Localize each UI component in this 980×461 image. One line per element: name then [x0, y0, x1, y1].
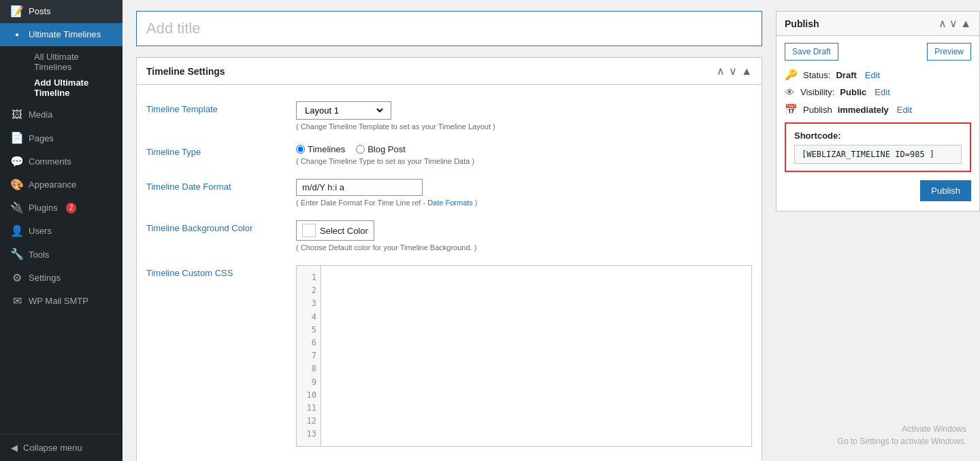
metabox-body: Timeline Template Layout 1 Layout 2 ( Ch…	[137, 85, 762, 461]
visibility-label: Visibility:	[800, 87, 834, 97]
metabox-controls: ∧ ∨ ▲	[717, 65, 752, 78]
sidebar-item-label: Tools	[29, 249, 49, 261]
radio-blog-post[interactable]: Blog Post	[356, 144, 406, 154]
shortcode-box: Shortcode: [WEBLIZAR_TIMELINE ID=985 ]	[785, 122, 971, 172]
post-title-input[interactable]	[136, 11, 762, 46]
publish-box-header: Publish ∧ ∨ ▲	[777, 12, 979, 36]
radio-timelines-input[interactable]	[296, 145, 305, 154]
settings-row-template: Timeline Template Layout 1 Layout 2 ( Ch…	[146, 95, 752, 137]
status-label: Status:	[803, 70, 830, 80]
sidebar-item-posts[interactable]: 📝 Posts	[0, 0, 122, 23]
sidebar-item-media[interactable]: 🖼 Media	[0, 103, 122, 126]
template-dropdown[interactable]: Layout 1 Layout 2	[296, 101, 391, 120]
status-edit-link[interactable]: Edit	[865, 70, 880, 80]
media-icon: 🖼	[11, 109, 23, 121]
publish-status: 🔑 Status: Draft Edit	[785, 69, 971, 81]
publish-visibility: 👁 Visibility: Public Edit	[785, 86, 971, 98]
radio-timelines-label: Timelines	[308, 144, 345, 154]
bg-color-hint: ( Choose Default color for your Timeline…	[296, 243, 752, 252]
settings-control-date-format: ( Enter Date Format For Time Line ref - …	[296, 179, 752, 207]
publish-schedule: 📅 Publish immediately Edit	[785, 103, 971, 116]
visibility-value: Public	[840, 87, 866, 97]
sidebar-item-label: WP Mail SMTP	[29, 295, 88, 307]
publish-box-controls: ∧ ∨ ▲	[938, 17, 971, 30]
publish-button[interactable]: Publish	[920, 180, 971, 201]
radio-timelines[interactable]: Timelines	[296, 144, 345, 154]
settings-control-type: Timelines Blog Post ( Change Timeline Ty…	[296, 144, 752, 165]
date-format-input[interactable]	[296, 179, 423, 196]
metabox-header: Timeline Settings ∧ ∨ ▲	[137, 58, 762, 85]
publish-box-collapse-up-icon[interactable]: ∧	[938, 17, 947, 30]
shortcode-value: [WEBLIZAR_TIMELINE ID=985 ]	[794, 145, 962, 164]
settings-control-bg-color: Select Color ( Choose Default color for …	[296, 220, 752, 252]
plugins-badge: 2	[66, 203, 77, 214]
radio-blog-post-label: Blog Post	[368, 144, 406, 154]
publish-box-body: Save Draft Preview 🔑 Status: Draft Edit …	[777, 36, 979, 211]
publish-box-toggle-icon[interactable]: ▲	[960, 18, 971, 30]
ultimate-timelines-icon: ●	[11, 29, 23, 41]
publish-box-title: Publish	[785, 18, 819, 29]
content-area: Timeline Settings ∧ ∨ ▲ Timeline Templat…	[122, 0, 980, 461]
sidebar-panel: Publish ∧ ∨ ▲ Save Draft Preview 🔑 Statu…	[776, 0, 980, 461]
settings-control-custom-css: 12345 678910 111213	[296, 265, 752, 447]
posts-icon: 📝	[11, 5, 23, 18]
publish-box-collapse-down-icon[interactable]: ∨	[949, 17, 958, 30]
sidebar-item-appearance[interactable]: 🎨 Appearance	[0, 173, 122, 197]
sidebar-item-tools[interactable]: 🔧 Tools	[0, 243, 122, 267]
line-numbers: 12345 678910 111213	[297, 266, 321, 446]
settings-row-bg-color: Timeline Background Color Select Color (…	[146, 214, 752, 258]
preview-button[interactable]: Preview	[927, 43, 971, 61]
sidebar-item-ultimate-timelines[interactable]: ● Ultimate Timelines	[0, 23, 122, 46]
select-color-button[interactable]: Select Color	[296, 220, 374, 241]
template-select[interactable]: Layout 1 Layout 2	[302, 105, 385, 116]
sidebar-item-plugins[interactable]: 🔌 Plugins 2	[0, 197, 122, 220]
metabox-collapse-up-icon[interactable]: ∧	[717, 65, 725, 78]
select-color-label: Select Color	[320, 226, 368, 236]
sidebar: 📝 Posts ● Ultimate Timelines All Ultimat…	[0, 0, 122, 461]
editor-area: Timeline Settings ∧ ∨ ▲ Timeline Templat…	[122, 0, 776, 461]
sidebar-item-label: Media	[29, 109, 52, 121]
settings-label-date-format: Timeline Date Format	[146, 179, 296, 192]
timeline-settings-metabox: Timeline Settings ∧ ∨ ▲ Timeline Templat…	[136, 57, 762, 461]
metabox-title: Timeline Settings	[146, 66, 225, 77]
sidebar-item-comments[interactable]: 💬 Comments	[0, 150, 122, 173]
sidebar-item-label: Ultimate Timelines	[29, 29, 101, 41]
comments-icon: 💬	[11, 156, 23, 168]
sidebar-item-label: Posts	[29, 5, 51, 18]
metabox-collapse-down-icon[interactable]: ∨	[729, 65, 737, 78]
sidebar-sub-add-timeline[interactable]: Add Ultimate Timeline	[29, 75, 122, 101]
collapse-label: Collapse menu	[23, 443, 82, 453]
radio-blog-post-input[interactable]	[356, 145, 365, 154]
sidebar-item-wp-mail-smtp[interactable]: ✉ WP Mail SMTP	[0, 290, 122, 313]
settings-label-type: Timeline Type	[146, 144, 296, 157]
sidebar-item-pages[interactable]: 📄 Pages	[0, 127, 122, 150]
settings-label-custom-css: Timeline Custom CSS	[146, 265, 296, 278]
settings-control-template: Layout 1 Layout 2 ( Change Timeline Temp…	[296, 101, 752, 131]
main-content: Timeline Settings ∧ ∨ ▲ Timeline Templat…	[122, 0, 980, 461]
sidebar-item-label: Settings	[29, 272, 61, 284]
sidebar-item-users[interactable]: 👤 Users	[0, 220, 122, 243]
css-textarea-input[interactable]	[321, 266, 751, 446]
shortcode-label: Shortcode:	[794, 131, 962, 141]
save-draft-button[interactable]: Save Draft	[785, 43, 838, 61]
publish-edit-link[interactable]: Edit	[897, 105, 912, 115]
sidebar-sub-all-timelines[interactable]: All Ultimate Timelines	[29, 49, 122, 75]
tools-icon: 🔧	[11, 249, 23, 261]
settings-row-type: Timeline Type Timelines Blog Post	[146, 137, 752, 172]
css-editor: 12345 678910 111213	[296, 265, 752, 447]
publish-footer: Publish	[785, 177, 971, 204]
appearance-icon: 🎨	[11, 179, 23, 191]
wp-mail-smtp-icon: ✉	[11, 295, 23, 307]
collapse-menu[interactable]: ◀ Collapse menu	[0, 434, 122, 461]
schedule-icon: 📅	[785, 103, 798, 116]
type-hint: ( Change Timeline Type to set as your Ti…	[296, 157, 752, 165]
metabox-toggle-icon[interactable]: ▲	[741, 65, 752, 78]
sidebar-item-label: Pages	[29, 133, 54, 145]
sidebar-item-settings[interactable]: ⚙ Settings	[0, 267, 122, 290]
publish-actions: Save Draft Preview	[785, 43, 971, 61]
template-hint: ( Change Timeline Template to set as you…	[296, 122, 752, 131]
users-icon: 👤	[11, 225, 23, 237]
date-formats-link[interactable]: Date Formats	[427, 199, 473, 207]
visibility-edit-link[interactable]: Edit	[875, 87, 889, 97]
sidebar-submenu-timelines: All Ultimate Timelines Add Ultimate Time…	[0, 46, 122, 103]
